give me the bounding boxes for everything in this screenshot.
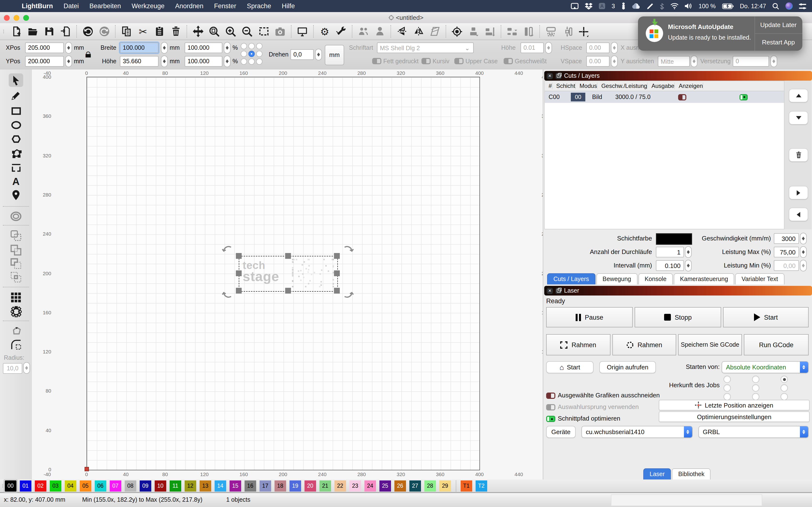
dropbox-icon[interactable]: [585, 3, 593, 9]
selection-handle-se[interactable]: [334, 288, 340, 294]
scale-width-input[interactable]: [185, 43, 222, 53]
height-stepper[interactable]: [161, 56, 168, 67]
job-origin-radio-tc[interactable]: [752, 376, 759, 383]
distribute-v-icon[interactable]: [522, 25, 535, 38]
flip-horizontal-icon[interactable]: [412, 25, 425, 38]
focus-target-icon[interactable]: [451, 25, 463, 38]
palette-swatch[interactable]: 29: [439, 480, 451, 491]
palette-swatch[interactable]: 24: [364, 480, 376, 491]
restart-app-button[interactable]: Restart App: [755, 34, 802, 51]
menu-datei[interactable]: Datei: [58, 2, 84, 10]
font-height-input[interactable]: [520, 43, 544, 53]
palette-swatch[interactable]: 25: [379, 480, 391, 491]
pause-button[interactable]: Pause: [546, 307, 633, 327]
edit-text-tool[interactable]: A: [9, 175, 23, 188]
palette-swatch[interactable]: 14: [215, 480, 226, 491]
circular-array-tool[interactable]: [9, 305, 23, 318]
stop-button[interactable]: Stopp: [635, 307, 721, 327]
siri-icon[interactable]: [785, 2, 793, 10]
palette-swatch[interactable]: 19: [290, 480, 301, 491]
zoom-out-icon[interactable]: [241, 25, 254, 38]
delete-icon[interactable]: [170, 25, 182, 38]
passes-stepper[interactable]: [685, 246, 692, 258]
radius-stepper[interactable]: [23, 362, 30, 374]
search-icon[interactable]: [772, 3, 779, 9]
rotate-handle-sw[interactable]: [221, 288, 233, 299]
align-right-icon[interactable]: [484, 25, 496, 38]
menu-bearbeiten[interactable]: Bearbeiten: [84, 2, 126, 10]
optimization-settings-button[interactable]: Optimierungseinstellungen: [659, 411, 810, 422]
palette-swatch[interactable]: 03: [50, 480, 61, 491]
palette-swatch[interactable]: 17: [260, 480, 271, 491]
versetzung-input[interactable]: [733, 56, 769, 67]
move-layer-down-button[interactable]: [789, 111, 808, 125]
job-origin-radio-mc[interactable]: [752, 384, 759, 392]
select-tool[interactable]: [9, 73, 23, 87]
vspace-input[interactable]: [586, 56, 609, 67]
boolean-union-tool[interactable]: [9, 229, 23, 242]
yalign-select[interactable]: Mitte: [658, 56, 690, 67]
palette-swatch[interactable]: 13: [200, 480, 211, 491]
palette-swatch[interactable]: 21: [319, 480, 331, 491]
distribute-h-icon[interactable]: [506, 25, 519, 38]
ypos-input[interactable]: [25, 56, 64, 67]
control-center-icon[interactable]: [799, 3, 806, 9]
power-max-stepper[interactable]: [800, 246, 807, 258]
xpos-input[interactable]: [25, 43, 64, 53]
job-origin-radio-tr[interactable]: [780, 376, 788, 383]
layer-column-header[interactable]: Ausgabe: [648, 82, 675, 89]
clock-label[interactable]: Do. 12:47: [740, 3, 766, 9]
selection-handle-e[interactable]: [334, 270, 340, 276]
boolean-weld-tool[interactable]: [9, 243, 23, 257]
job-origin-radio-mr[interactable]: [780, 384, 788, 392]
layer-row[interactable]: C00 00 Bild 3000.0 / 75.0: [545, 91, 784, 103]
move-layer-up-button[interactable]: [789, 89, 808, 102]
palette-swatch[interactable]: 05: [80, 480, 91, 491]
copy-icon[interactable]: [120, 25, 133, 38]
paste-icon[interactable]: [153, 25, 166, 38]
rotate-handle-se[interactable]: [343, 288, 354, 299]
screen-mirroring-icon[interactable]: [571, 3, 579, 9]
power-min-stepper[interactable]: [800, 260, 807, 271]
zoom-to-page-icon[interactable]: [208, 25, 221, 38]
speed-stepper[interactable]: [800, 233, 807, 244]
palette-swatch[interactable]: 07: [110, 480, 121, 491]
xpos-stepper[interactable]: [65, 42, 72, 54]
palette-swatch[interactable]: 23: [349, 480, 361, 491]
devices-button[interactable]: Geräte: [546, 426, 576, 438]
frame-circle-button[interactable]: Rahmen: [612, 334, 676, 355]
palette-swatch[interactable]: 22: [335, 480, 346, 491]
hspace-input[interactable]: [586, 43, 609, 53]
palette-swatch[interactable]: 11: [170, 480, 181, 491]
layer-output-toggle[interactable]: [678, 94, 686, 100]
layer-column-header[interactable]: Modus: [576, 82, 597, 89]
goto-origin-button[interactable]: Origin aufrufen: [599, 361, 656, 373]
pen-icon[interactable]: [647, 3, 654, 9]
optimize-path-toggle[interactable]: [546, 416, 555, 422]
arrange-icon[interactable]: [561, 25, 574, 38]
power-min-input[interactable]: 0,00: [774, 260, 799, 271]
app-a-icon[interactable]: A: [599, 3, 605, 9]
width-input[interactable]: [120, 43, 158, 53]
palette-swatch[interactable]: 04: [65, 480, 77, 491]
selection-handle-s[interactable]: [285, 288, 291, 294]
users-icon[interactable]: [357, 25, 370, 38]
tab-variabler-text[interactable]: Variabler Text: [735, 273, 784, 284]
menu-hilfe[interactable]: Hilfe: [276, 2, 300, 10]
menu-fenster[interactable]: Fenster: [209, 2, 242, 10]
palette-swatch[interactable]: 27: [409, 480, 421, 491]
zoom-in-icon[interactable]: [225, 25, 237, 38]
import-icon[interactable]: [59, 25, 72, 38]
selection-handle-w[interactable]: [236, 270, 242, 276]
interval-input[interactable]: 0.100: [656, 260, 684, 271]
unit-toggle-button[interactable]: mm: [325, 45, 344, 65]
height-input[interactable]: [120, 56, 158, 67]
palette-swatch[interactable]: 16: [245, 480, 256, 491]
home-button[interactable]: ⌂Start: [546, 361, 594, 373]
bold-toggle[interactable]: [372, 58, 382, 64]
anchor-grid[interactable]: [241, 43, 263, 66]
aspect-lock-icon[interactable]: 🔒︎: [85, 47, 91, 60]
camera-icon[interactable]: [274, 25, 287, 38]
tab-konsole[interactable]: Konsole: [638, 273, 672, 284]
yalign-stepper[interactable]: [691, 56, 698, 67]
